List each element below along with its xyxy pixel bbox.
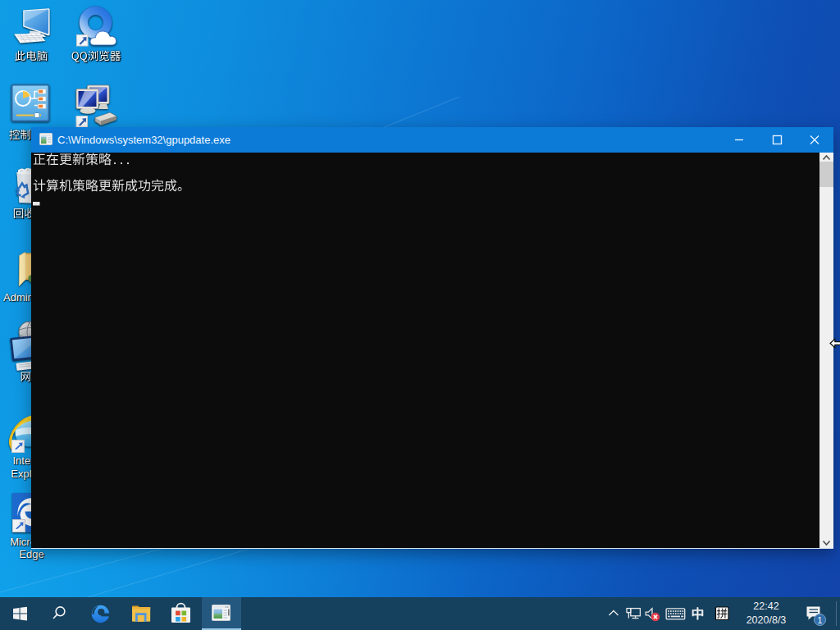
svg-text:1: 1	[818, 615, 823, 625]
